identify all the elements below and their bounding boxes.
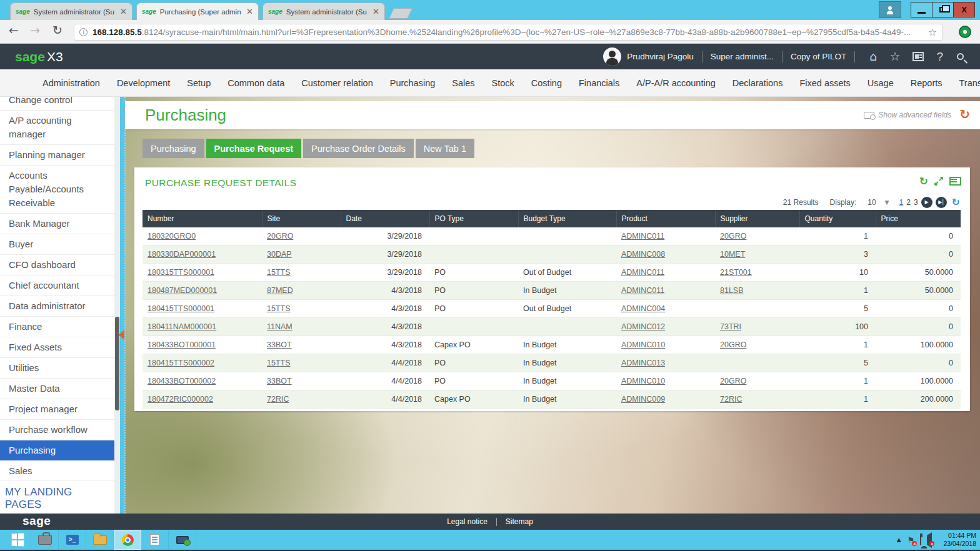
cell-link[interactable]: ADMINC008 <box>621 250 665 259</box>
tray-expand-icon[interactable]: ▲ <box>897 537 901 543</box>
favorites-star-icon[interactable]: ☆ <box>889 51 900 62</box>
cell-link[interactable]: 180487MED000001 <box>148 286 217 295</box>
tab-purchasing[interactable]: Purchasing <box>142 139 204 158</box>
cell-link[interactable]: 180415TTS000002 <box>148 359 214 367</box>
tab-purchase-request[interactable]: Purchase Request <box>206 139 302 158</box>
next-page-button[interactable]: ▶ <box>921 197 932 208</box>
nav-item-usage[interactable]: Usage <box>868 78 894 88</box>
nav-item-a-p-a-r-accounting[interactable]: A/P-A/R accounting <box>636 78 716 88</box>
tab-close-icon[interactable]: ✕ <box>120 7 127 16</box>
footer-link-legal-notice[interactable]: Legal notice <box>447 517 488 526</box>
cell-link[interactable]: 20GRO <box>720 377 746 385</box>
sidebar-item-a-p-accounting-manager[interactable]: A/P accounting manager <box>0 111 114 145</box>
table-row[interactable]: 180433BOT00000133BOT4/3/2018Capex POIn B… <box>142 336 961 354</box>
home-icon[interactable]: ⌂ <box>869 51 877 62</box>
cell-link[interactable]: 20GRO <box>720 340 746 349</box>
expand-icon[interactable] <box>934 176 944 186</box>
browser-tab[interactable]: sagePurchasing (Super admin✕ <box>136 2 259 20</box>
sidebar-item-project-manager[interactable]: Project manager <box>0 399 114 420</box>
column-header-budget-type[interactable]: Budget Type <box>518 210 616 227</box>
cell-link[interactable]: 180320GRO0 <box>148 232 196 241</box>
column-header-price[interactable]: Price <box>876 210 961 227</box>
nav-item-sales[interactable]: Sales <box>452 78 474 88</box>
start-button[interactable] <box>4 530 31 550</box>
volume-icon[interactable]: x <box>927 536 932 544</box>
page-number-3[interactable]: 3 <box>914 198 918 207</box>
grid-refresh-icon[interactable]: ↻ <box>952 196 960 208</box>
page-number-1[interactable]: 1 <box>899 198 904 207</box>
close-button[interactable]: X <box>953 2 975 17</box>
nav-item-fixed-assets[interactable]: Fixed assets <box>799 78 850 88</box>
nav-item-stock[interactable]: Stock <box>492 78 514 88</box>
nav-item-development[interactable]: Development <box>117 78 170 88</box>
show-advanced-fields[interactable]: Show advanced fields <box>864 111 951 119</box>
cell-link[interactable]: ADMINC004 <box>621 304 665 313</box>
sidebar-item-utilities[interactable]: Utilities <box>0 358 114 379</box>
cell-link[interactable]: 180411NAM000001 <box>148 322 216 331</box>
nav-item-customer-relation[interactable]: Customer relation <box>301 78 372 88</box>
table-row[interactable]: 180411NAM00000111NAM4/3/2018ADMINC01273T… <box>142 318 961 336</box>
cell-link[interactable]: 20GRO <box>720 232 746 241</box>
search-icon[interactable] <box>957 53 964 60</box>
chrome-button[interactable] <box>114 530 141 550</box>
nav-item-common-data[interactable]: Common data <box>228 78 284 88</box>
cell-link[interactable]: 33BOT <box>267 377 292 385</box>
session-user-button[interactable] <box>879 1 901 18</box>
cell-link[interactable]: 72RIC <box>720 395 742 404</box>
table-row[interactable]: 180315TTS00000115TTS3/29/2018POOut of Bu… <box>142 264 961 282</box>
table-row[interactable]: 180320GRO020GRO3/29/2018ADMINC01120GRO10 <box>142 227 961 246</box>
bookmark-star-icon[interactable]: ☆ <box>928 26 937 38</box>
sidebar-item-buyer[interactable]: Buyer <box>0 234 114 255</box>
cell-link[interactable]: ADMINC012 <box>621 322 665 331</box>
cell-link[interactable]: ADMINC011 <box>621 232 664 241</box>
notepad-button[interactable] <box>141 530 169 550</box>
sidebar-item-purchase-workflow[interactable]: Purchase workflow <box>0 420 114 440</box>
nav-item-translations[interactable]: Translations <box>959 78 980 88</box>
powershell-button[interactable]: >_ <box>59 530 86 550</box>
browser-tab[interactable]: sageSystem administrator (Su✕ <box>10 2 132 20</box>
cell-link[interactable]: 30DAP <box>267 250 292 259</box>
page-refresh-icon[interactable]: ↻ <box>959 107 970 122</box>
nav-item-reports[interactable]: Reports <box>911 78 942 88</box>
back-button[interactable]: ← <box>5 23 22 37</box>
display-dropdown-caret-icon[interactable]: ▼ <box>885 199 889 206</box>
sidebar-item-fixed-assets[interactable]: Fixed Assets <box>0 337 114 358</box>
footer-link-sitemap[interactable]: Sitemap <box>506 517 533 526</box>
sidebar-collapse-arrow-icon[interactable] <box>119 330 124 340</box>
nav-item-purchasing[interactable]: Purchasing <box>390 78 436 88</box>
table-row[interactable]: 180433BOT00000233BOT4/4/2018POIn BudgetA… <box>142 372 961 390</box>
column-header-quantity[interactable]: Quantity <box>799 210 876 227</box>
endpoint-selector[interactable]: Copy of PILOT <box>791 52 846 61</box>
action-center-flag-icon[interactable]: ⚑x <box>908 536 915 544</box>
grid-view-icon[interactable] <box>949 177 961 186</box>
panel-refresh-icon[interactable]: ↻ <box>919 175 928 187</box>
table-row[interactable]: 180487MED00000187MED4/3/2018POIn BudgetA… <box>142 282 961 300</box>
cell-link[interactable]: ADMINC011 <box>621 286 664 295</box>
cell-link[interactable]: 11NAM <box>267 322 292 331</box>
cell-link[interactable]: 180433BOT000001 <box>148 340 216 349</box>
table-row[interactable]: 180415TTS00000215TTS4/4/2018POIn BudgetA… <box>142 354 961 372</box>
cell-link[interactable]: 72RIC <box>267 395 289 404</box>
nav-item-financials[interactable]: Financials <box>579 78 619 88</box>
news-icon[interactable] <box>912 52 924 61</box>
minimize-button[interactable] <box>911 2 932 17</box>
user-name[interactable]: Prudhviraj Pagolu <box>627 52 694 61</box>
sidebar-item-chief-accountant[interactable]: Chief accountant <box>0 276 114 296</box>
column-header-site[interactable]: Site <box>262 210 341 227</box>
cell-link[interactable]: 15TTS <box>267 359 291 367</box>
browser-tab[interactable]: sageSystem administrator (Su✕ <box>262 2 385 20</box>
file-explorer-button[interactable] <box>86 530 114 550</box>
cell-link[interactable]: 21ST001 <box>720 268 752 277</box>
cell-link[interactable]: 15TTS <box>267 304 291 313</box>
cell-link[interactable]: ADMINC010 <box>621 377 665 385</box>
cell-link[interactable]: ADMINC013 <box>621 359 665 367</box>
table-row[interactable]: 180330DAP00000130DAP3/29/2018ADMINC00810… <box>142 246 961 264</box>
server-manager-button[interactable] <box>31 530 59 550</box>
column-header-supplier[interactable]: Supplier <box>715 210 799 227</box>
sidebar-item-bank-manager[interactable]: Bank Manager <box>0 214 114 234</box>
sidebar-item-sales[interactable]: Sales <box>0 461 114 480</box>
display-value[interactable]: 10 <box>868 198 876 207</box>
sidebar-item-finance[interactable]: Finance <box>0 317 114 337</box>
tab-purchase-order-details[interactable]: Purchase Order Details <box>303 139 414 158</box>
column-header-number[interactable]: Number <box>142 210 262 227</box>
